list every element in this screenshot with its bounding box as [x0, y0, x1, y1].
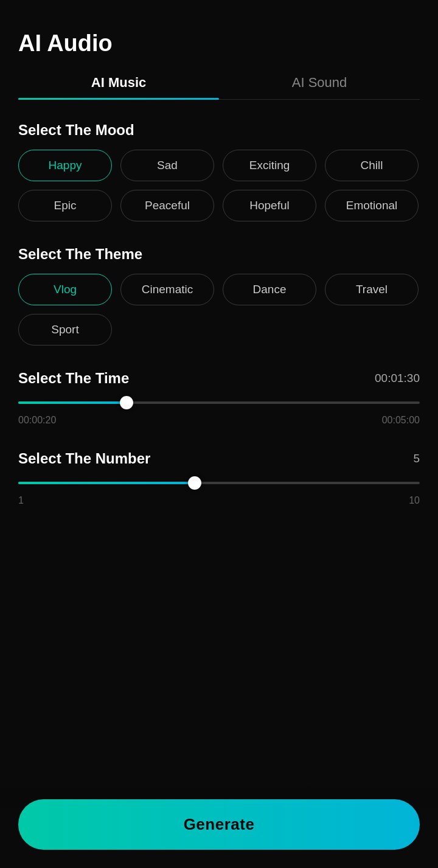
mood-chip-chill[interactable]: Chill: [325, 150, 419, 181]
time-section: Select The Time 00:01:30 00:00:20 00:05:…: [18, 370, 420, 426]
number-max-label: 10: [409, 495, 420, 506]
mood-section-label: Select The Mood: [18, 122, 420, 139]
time-range-labels: 00:00:20 00:05:00: [18, 415, 420, 426]
number-slider-header: Select The Number 5: [18, 450, 420, 467]
generate-btn-wrapper: Generate: [0, 787, 438, 868]
number-current-value: 5: [413, 452, 420, 465]
number-slider-track: [18, 482, 420, 484]
tabs-container: AI Music AI Sound: [18, 75, 420, 100]
number-slider-track-container[interactable]: [18, 477, 420, 489]
tab-ai-sound[interactable]: AI Sound: [219, 75, 420, 99]
theme-chip-travel[interactable]: Travel: [325, 274, 419, 305]
number-section: Select The Number 5 1 10: [18, 450, 420, 506]
mood-chip-happy[interactable]: Happy: [18, 150, 112, 181]
mood-chip-emotional[interactable]: Emotional: [325, 190, 419, 221]
number-range-labels: 1 10: [18, 495, 420, 506]
mood-chip-epic[interactable]: Epic: [18, 190, 112, 221]
mood-chip-hopeful[interactable]: Hopeful: [223, 190, 316, 221]
theme-chip-dance[interactable]: Dance: [223, 274, 316, 305]
number-slider-thumb[interactable]: [188, 476, 201, 490]
time-slider-track-container[interactable]: [18, 397, 420, 409]
time-current-value: 00:01:30: [375, 372, 420, 385]
theme-chip-sport[interactable]: Sport: [18, 314, 112, 345]
mood-chip-exciting[interactable]: Exciting: [223, 150, 316, 181]
theme-chip-vlog[interactable]: Vlog: [18, 274, 112, 305]
mood-chip-peaceful[interactable]: Peaceful: [120, 190, 214, 221]
theme-chip-cinematic[interactable]: Cinematic: [120, 274, 214, 305]
theme-section-label: Select The Theme: [18, 246, 420, 263]
page-title: AI Audio: [18, 30, 420, 57]
theme-chips-grid: Vlog Cinematic Dance Travel Sport: [18, 274, 420, 345]
mood-chips-grid: Happy Sad Exciting Chill Epic Peaceful H…: [18, 150, 420, 221]
tab-ai-music[interactable]: AI Music: [18, 75, 219, 99]
number-min-label: 1: [18, 495, 24, 506]
time-slider-header: Select The Time 00:01:30: [18, 370, 420, 387]
time-section-label: Select The Time: [18, 370, 129, 387]
time-slider-fill: [18, 401, 127, 404]
generate-button[interactable]: Generate: [18, 799, 420, 850]
mood-chip-sad[interactable]: Sad: [120, 150, 214, 181]
time-slider-thumb[interactable]: [120, 396, 133, 409]
time-max-label: 00:05:00: [382, 415, 420, 426]
theme-section: Select The Theme Vlog Cinematic Dance Tr…: [18, 246, 420, 364]
mood-section: Select The Mood Happy Sad Exciting Chill…: [18, 122, 420, 240]
number-section-label: Select The Number: [18, 450, 150, 467]
time-slider-track: [18, 401, 420, 404]
number-slider-fill: [18, 482, 195, 484]
time-min-label: 00:00:20: [18, 415, 56, 426]
